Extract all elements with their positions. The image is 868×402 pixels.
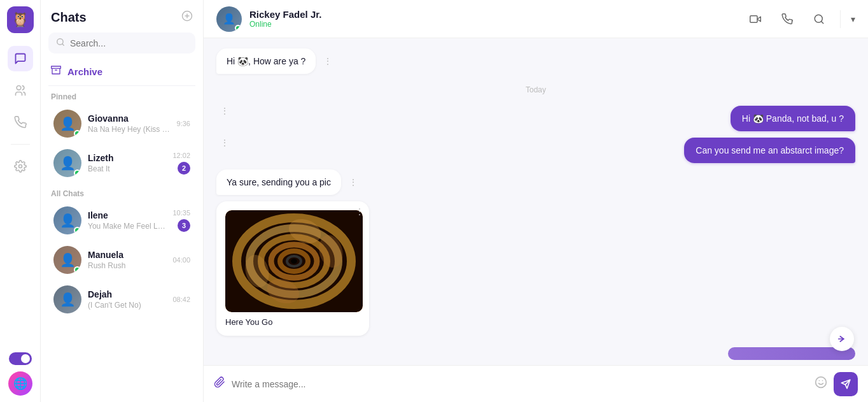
- chat-item-manuela[interactable]: 👤 Manuela Rush Rush 04:00: [45, 241, 199, 279]
- chat-item-dejah[interactable]: 👤 Dejah (I Can't Get No) 08:42: [45, 280, 199, 319]
- svg-point-1: [18, 165, 22, 168]
- chat-preview: You Make Me Feel Like Dancing: [88, 222, 166, 231]
- attach-icon[interactable]: [214, 377, 225, 391]
- main-chat: 👤 Rickey Fadel Jr. Online ▾: [204, 0, 868, 402]
- message-sent: Can you send me an abstarct image?: [684, 138, 855, 163]
- message-input[interactable]: [232, 379, 808, 389]
- avatar-manuela: 👤: [53, 246, 81, 274]
- chat-info-giovanna: Giovanna Na Na Hey Hey (Kiss Him Goodbye…: [88, 113, 171, 134]
- emoji-icon[interactable]: [815, 376, 827, 392]
- avatar-dejah: 👤: [53, 285, 81, 313]
- svg-line-12: [821, 21, 823, 23]
- message-text: Can you send me an abstarct image?: [696, 145, 844, 155]
- sidebar-item-calls[interactable]: [8, 110, 33, 135]
- online-indicator: [74, 169, 81, 176]
- online-indicator: [74, 266, 81, 273]
- search-chat-button[interactable]: [808, 8, 830, 30]
- message-row: Hi 🐼, How are ya ? ⋮: [216, 48, 855, 74]
- scroll-down-button[interactable]: [830, 327, 854, 351]
- theme-toggle[interactable]: [9, 352, 32, 365]
- chat-time: 12:02: [172, 152, 190, 159]
- contact-status: Online: [249, 20, 745, 29]
- chat-preview: (I Can't Get No): [88, 301, 166, 310]
- header-online-indicator: [235, 25, 241, 31]
- chat-meta-manuela: 04:00: [172, 256, 190, 264]
- svg-marker-9: [757, 17, 760, 22]
- message-row-sent: ⋮ Can you send me an abstarct image?: [216, 138, 855, 163]
- message-bubble: Hi 🐼, How are ya ?: [216, 48, 316, 74]
- dropdown-button[interactable]: ▾: [851, 14, 855, 24]
- svg-rect-7: [52, 66, 61, 68]
- sidebar-title: Chats: [51, 10, 87, 25]
- sidebar-item-contacts[interactable]: [8, 78, 33, 103]
- sidebar-item-messages[interactable]: [8, 46, 33, 71]
- image-options-icon[interactable]: ⋮: [355, 206, 364, 217]
- chat-name: Manuela: [88, 250, 166, 260]
- search-input[interactable]: [70, 38, 188, 48]
- chat-header: 👤 Rickey Fadel Jr. Online ▾: [204, 0, 868, 38]
- icon-bar: 🦉 🌐: [0, 0, 41, 402]
- message-received: Hi 🐼, How are ya ? ⋮: [216, 48, 332, 74]
- header-info: Rickey Fadel Jr. Online: [249, 9, 745, 29]
- message-row-image: Here You Go ⋮: [216, 201, 855, 336]
- image-caption: Here You Go: [225, 317, 360, 327]
- chat-info-manuela: Manuela Rush Rush: [88, 250, 166, 270]
- chat-messages: Hi 🐼, How are ya ? ⋮ Today ⋮ Hi 🐼 Panda,…: [204, 38, 868, 365]
- chat-time: 9:36: [177, 120, 190, 127]
- contact-name: Rickey Fadel Jr.: [249, 9, 745, 20]
- message-bubble: Can you send me an abstarct image?: [684, 138, 855, 163]
- svg-line-6: [62, 44, 64, 46]
- send-button[interactable]: [834, 372, 858, 396]
- chat-input-bar: [204, 365, 868, 402]
- search-icon: [56, 38, 65, 48]
- video-call-button[interactable]: [745, 8, 766, 30]
- svg-rect-10: [750, 15, 757, 22]
- online-indicator: [74, 130, 81, 137]
- chat-time: 08:42: [172, 296, 190, 303]
- phone-call-button[interactable]: [776, 8, 798, 30]
- chat-meta-giovanna: 9:36: [177, 120, 190, 127]
- avatar-lizeth: 👤: [53, 149, 81, 177]
- message-row: Ya sure, sending you a pic ⋮: [216, 169, 855, 195]
- archive-icon: [51, 65, 61, 78]
- chat-name: Giovanna: [88, 113, 171, 124]
- chat-item-lizeth[interactable]: 👤 Lizeth Beat It 12:02 2: [45, 144, 199, 182]
- message-options-icon[interactable]: ⋮: [220, 138, 229, 148]
- chat-item-giovanna[interactable]: 👤 Giovanna Na Na Hey Hey (Kiss Him Goodb…: [45, 104, 199, 143]
- header-actions: ▾: [745, 8, 855, 30]
- chat-name: Ilene: [88, 210, 166, 220]
- svg-point-0: [17, 86, 21, 90]
- app-logo: 🦉: [7, 6, 34, 33]
- sidebar-item-settings[interactable]: [8, 154, 33, 179]
- chat-preview: Rush Rush: [88, 261, 166, 270]
- header-divider: [840, 10, 841, 28]
- partial-message-row: [216, 347, 855, 360]
- all-chats-label: All Chats: [41, 183, 203, 201]
- message-text: Ya sure, sending you a pic: [227, 177, 331, 187]
- image-placeholder: [225, 210, 363, 312]
- header-avatar: 👤: [216, 6, 242, 32]
- chat-time: 04:00: [172, 256, 190, 264]
- unread-badge: 3: [178, 219, 190, 232]
- chat-meta-dejah: 08:42: [172, 296, 190, 303]
- message-text: Hi 🐼 Panda, not bad, u ?: [742, 113, 844, 124]
- search-bar: [48, 32, 195, 54]
- archive-label: Archive: [67, 66, 102, 77]
- archive-row[interactable]: Archive: [41, 59, 203, 84]
- pinned-label: Pinned: [41, 86, 203, 104]
- message-options-icon[interactable]: ⋮: [220, 106, 229, 116]
- chat-name: Dejah: [88, 289, 166, 299]
- sidebar: Chats Archive Pinned 👤 Giovanna Na Na He…: [41, 0, 204, 402]
- compose-icon[interactable]: [181, 10, 193, 25]
- message-row-sent: ⋮ Hi 🐼 Panda, not bad, u ?: [216, 106, 855, 131]
- user-avatar-bottom[interactable]: 🌐: [8, 371, 32, 396]
- message-options-icon[interactable]: ⋮: [349, 177, 358, 187]
- avatar-giovanna: 👤: [53, 110, 81, 138]
- sidebar-header: Chats: [41, 0, 203, 30]
- message-options-icon[interactable]: ⋮: [323, 56, 332, 66]
- message-bubble: Ya sure, sending you a pic: [216, 169, 341, 195]
- svg-point-28: [816, 377, 827, 388]
- bottom-controls: 🌐: [8, 352, 32, 396]
- chat-info-ilene: Ilene You Make Me Feel Like Dancing: [88, 210, 166, 231]
- chat-item-ilene[interactable]: 👤 Ilene You Make Me Feel Like Dancing 10…: [45, 201, 199, 240]
